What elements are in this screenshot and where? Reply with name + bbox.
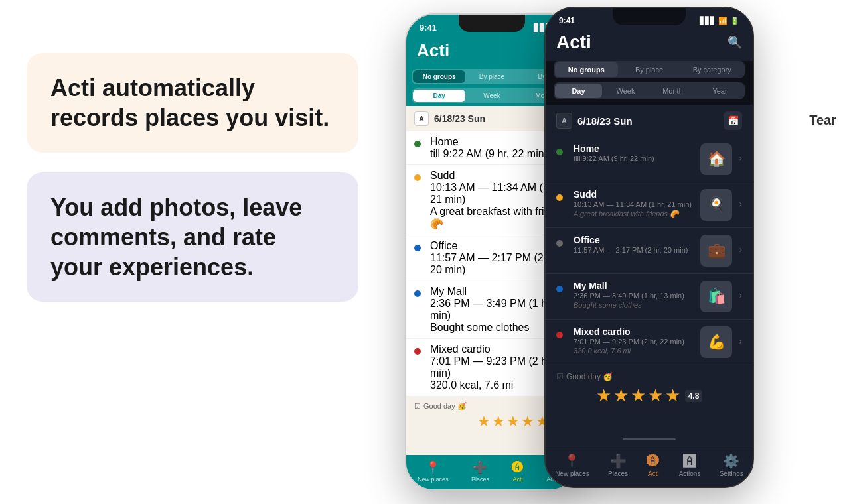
dark-activity-mall[interactable]: My Mall 2:36 PM — 3:49 PM (1 hr, 13 min)… (546, 274, 753, 320)
dark-note-sudd: A great breakfast with friends 🥐 (574, 210, 694, 218)
time-tab-day-2[interactable]: Day (555, 84, 602, 98)
time-tab-day-1[interactable]: Day (413, 90, 465, 102)
chevron-office: › (739, 244, 742, 255)
date-text-2: 6/18/23 Sun (577, 115, 633, 127)
thumb-home: 🏠 (700, 143, 732, 175)
text-box-2: You add photos, leave comments, and rate… (27, 172, 358, 302)
chevron-mall: › (739, 290, 742, 300)
dark-note-mall: Bought some clothes (574, 301, 694, 309)
dark-place-office: Office (574, 235, 694, 245)
places-icon: ➕ (473, 460, 487, 475)
time-tab-month-2[interactable]: Month (649, 84, 696, 98)
footer-places-1[interactable]: ➕ Places (471, 460, 489, 483)
dark-rating-num: 4.8 (685, 390, 703, 402)
notch-2 (613, 8, 686, 25)
actions-icon-2: 🅰 (683, 454, 696, 469)
star-3: ★ (506, 413, 520, 430)
signal-icon-2: ▋▋▋ (700, 17, 716, 25)
footer-bar-2: 📍 New places ➕ Places 🅐 Acti 🅰 Actions ⚙… (546, 446, 753, 487)
dark-time-home: till 9:22 AM (9 hr, 22 min) (574, 155, 694, 162)
dark-star-4: ★ (648, 385, 663, 406)
dark-star-3: ★ (631, 385, 646, 406)
phone-2: 9:41 ▋▋▋ 📶 🔋 Acti 🔍 No groups By place B… (544, 7, 754, 488)
seg-tab-nogroups-1[interactable]: No groups (413, 70, 465, 83)
acti-icon-2: 🅐 (647, 454, 660, 469)
thumb-office: 💼 (700, 235, 732, 267)
dark-time-mall: 2:36 PM — 3:49 PM (1 hr, 13 min) (574, 292, 694, 300)
dark-star-1: ★ (596, 385, 611, 406)
star-4: ★ (521, 413, 534, 430)
footer-places-2[interactable]: ➕ Places (608, 453, 628, 477)
dark-activity-cardio[interactable]: Mixed cardio 7:01 PM — 9:23 PM (2 hr, 22… (546, 320, 753, 365)
location-icon-2: 📍 (564, 453, 580, 469)
dark-time-office: 11:57 AM — 2:17 PM (2 hr, 20 min) (574, 246, 694, 254)
dark-place-cardio: Mixed cardio (574, 326, 694, 337)
time-tabs-2[interactable]: Day Week Month Year (554, 82, 745, 99)
notch-1 (459, 15, 525, 32)
thumb-cardio: 💪 (700, 326, 732, 358)
dark-star-2: ★ (613, 385, 629, 406)
dark-activity-sudd[interactable]: Sudd 10:13 AM — 11:34 AM (1 hr, 21 min) … (546, 182, 753, 228)
dark-activity-office[interactable]: Office 11:57 AM — 2:17 PM (2 hr, 20 min)… (546, 228, 753, 274)
a-badge-1: A (414, 111, 429, 126)
star-1: ★ (477, 413, 491, 430)
dark-scroll-bar (623, 438, 676, 440)
dark-time-sudd: 10:13 AM — 11:34 AM (1 hr, 21 min) (574, 200, 694, 208)
date-text-1: 6/18/23 Sun (434, 113, 485, 124)
footer-acti-1[interactable]: 🅐 Acti (512, 461, 524, 483)
thumb-sudd: 🍳 (700, 189, 732, 221)
search-icon[interactable]: 🔍 (728, 35, 742, 50)
chevron-sudd: › (739, 198, 742, 209)
a-badge-2: A (556, 113, 572, 129)
settings-icon-2: ⚙️ (723, 453, 739, 469)
footer-actions-2[interactable]: 🅰 Actions (679, 454, 701, 477)
header-2: Acti 🔍 (546, 28, 753, 61)
dark-star-5: ★ (665, 385, 680, 406)
time-tab-week-2[interactable]: Week (602, 84, 649, 98)
rating-section-2: ☑ Good day 🥳 ★ ★ ★ ★ ★ 4.8 (546, 365, 753, 412)
chevron-cardio: › (739, 336, 742, 346)
time-2: 9:41 (559, 16, 575, 25)
dark-place-sudd: Sudd (574, 189, 694, 200)
footer-new-places-1[interactable]: 📍 New places (418, 460, 449, 483)
time-1: 9:41 (420, 23, 437, 32)
text-box-2-content: You add photos, leave comments, and rate… (50, 192, 335, 282)
text-box-1-content: Acti automatically records places you vi… (50, 73, 335, 133)
tear-label: Tear (809, 113, 836, 128)
star-2: ★ (492, 413, 505, 430)
dark-time-cardio: 7:01 PM — 9:23 PM (2 hr, 22 min) (574, 338, 694, 346)
seg-tab-byplace-2[interactable]: By place (618, 62, 681, 77)
seg-tab-bycat-2[interactable]: By category (680, 62, 743, 77)
stars-row-2: ★ ★ ★ ★ ★ 4.8 (556, 385, 742, 406)
status-icons-2: ▋▋▋ 📶 🔋 (700, 17, 739, 25)
dark-activity-home[interactable]: Home till 9:22 AM (9 hr, 22 min) 🏠 › (546, 137, 753, 182)
footer-new-places-2[interactable]: 📍 New places (555, 453, 589, 477)
segment-tabs-2[interactable]: No groups By place By category (554, 61, 745, 78)
day-label-2: ☑ Good day 🥳 (556, 372, 742, 381)
dark-note-cardio: 320.0 kcal, 7.6 mi (574, 347, 694, 355)
wifi-icon-2: 📶 (718, 17, 728, 25)
left-section: Acti automatically records places you vi… (27, 53, 358, 302)
date-header-left-2: A 6/18/23 Sun (556, 113, 633, 129)
footer-settings-2[interactable]: ⚙️ Settings (720, 453, 743, 477)
battery-icon-2: 🔋 (730, 17, 739, 25)
calendar-icon[interactable]: 📅 (724, 111, 742, 130)
places-icon-2: ➕ (610, 453, 627, 469)
text-box-1: Acti automatically records places you vi… (27, 53, 358, 153)
seg-tab-nogroups-2[interactable]: No groups (555, 62, 618, 77)
chevron-home: › (739, 153, 742, 163)
location-icon: 📍 (425, 460, 440, 475)
dark-place-home: Home (574, 143, 694, 154)
app-title-2: Acti (556, 32, 591, 53)
time-tab-year-2[interactable]: Year (696, 84, 743, 98)
time-tab-week-1[interactable]: Week (465, 90, 518, 102)
acti-icon: 🅐 (512, 461, 524, 475)
date-header-2: A 6/18/23 Sun 📅 (546, 105, 753, 137)
footer-acti-2[interactable]: 🅐 Acti (647, 454, 660, 477)
dark-place-mall: My Mall (574, 281, 694, 291)
thumb-mall: 🛍️ (700, 281, 732, 312)
phones-container: 9:41 ▋▋▋ 🔋 Acti No groups By place By c … (392, 0, 843, 504)
seg-tab-byplace-1[interactable]: By place (465, 70, 518, 83)
